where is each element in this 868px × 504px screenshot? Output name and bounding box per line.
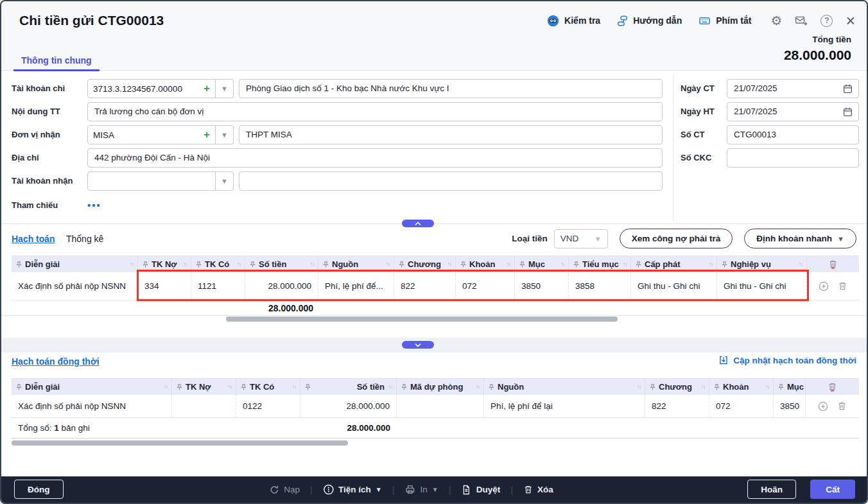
col-dien-giai[interactable]: Diễn giải↑↓ xyxy=(12,256,138,272)
collapse-up-button[interactable] xyxy=(402,220,434,227)
sort-icon[interactable]: ↑↓ xyxy=(447,261,451,267)
close-button[interactable]: Đóng xyxy=(14,480,64,499)
cell-cap-phat[interactable]: Ghi thu - Ghi chi xyxy=(631,272,717,300)
approve-button[interactable]: Duyệt xyxy=(462,485,501,495)
delete-all-icon[interactable]: ✕ xyxy=(828,259,838,269)
help-icon[interactable]: ? xyxy=(820,15,833,27)
col-dien-giai[interactable]: Diễn giải↑↓ xyxy=(12,379,172,395)
update-simultaneous-link[interactable]: Cập nhật hạch toán đồng thời xyxy=(718,355,856,365)
utilities-button[interactable]: Tiện ích ▼ xyxy=(323,484,382,495)
tai-khoan-chi-input[interactable]: 3713.3.1234567.00000 + xyxy=(87,79,216,98)
sort-icon[interactable]: ↑↓ xyxy=(310,261,314,267)
col-nguon[interactable]: Nguồn↑↓ xyxy=(318,256,394,272)
add-icon[interactable]: + xyxy=(204,128,210,141)
currency-select[interactable]: VND ▼ xyxy=(554,229,608,248)
postpone-button[interactable]: Hoãn xyxy=(747,480,796,499)
cell-dien-giai[interactable]: Xác định số phải nộp NSNN xyxy=(12,395,172,417)
save-button[interactable]: Cất xyxy=(810,480,855,499)
tai-khoan-chi-dropdown[interactable]: ▼ xyxy=(216,79,234,98)
tab-thong-tin-chung[interactable]: Thông tin chung xyxy=(13,55,100,71)
delete-row-icon[interactable] xyxy=(838,281,847,291)
quick-entry-button[interactable]: Định khoản nhanh ▼ xyxy=(744,229,856,248)
tab-hach-toan[interactable]: Hạch toán xyxy=(12,234,55,244)
sort-icon[interactable]: ↑↓ xyxy=(701,384,705,390)
cell-chuong[interactable]: 822 xyxy=(645,395,709,417)
noi-dung-tt-input[interactable]: Trả lương cho cán bộ đơn vị xyxy=(87,102,663,121)
add-row-icon[interactable] xyxy=(819,281,829,291)
tai-khoan-nhan-input[interactable] xyxy=(87,171,216,191)
sort-icon[interactable]: ↑↓ xyxy=(765,384,769,390)
col-tk-no[interactable]: TK Nợ↑↓ xyxy=(172,379,236,395)
sort-icon[interactable]: ↑↓ xyxy=(164,384,168,390)
cell-khoan[interactable]: 072 xyxy=(709,395,774,417)
ngay-ht-input[interactable]: 21/07/2025 xyxy=(727,102,859,121)
col-so-tien[interactable]: Số tiền↑↓ xyxy=(245,256,318,272)
col-nguon[interactable]: Nguồn↑↓ xyxy=(484,379,645,395)
cell-tk-no[interactable] xyxy=(172,395,236,417)
horizontal-scrollbar[interactable] xyxy=(12,440,348,446)
cell-tk-no[interactable]: 334 xyxy=(138,272,191,300)
sort-icon[interactable]: ↑↓ xyxy=(637,384,641,390)
cell-muc[interactable]: 3850 xyxy=(774,395,806,417)
cell-tieu-muc[interactable]: 3858 xyxy=(569,272,631,300)
col-muc[interactable]: Mục↑↓ xyxy=(515,256,569,272)
sort-icon[interactable]: ↑↓ xyxy=(292,384,296,390)
sort-icon[interactable]: ↑↓ xyxy=(386,261,390,267)
col-cap-phat[interactable]: Cấp phát↑↓ xyxy=(631,256,717,272)
calendar-icon[interactable] xyxy=(842,107,853,117)
col-khoan[interactable]: Khoản↑↓ xyxy=(709,379,774,395)
horizontal-scrollbar[interactable] xyxy=(226,317,618,322)
tab-thong-ke[interactable]: Thống kê xyxy=(66,234,103,244)
add-row-icon[interactable] xyxy=(818,401,828,412)
simultaneous-title-link[interactable]: Hạch toán đồng thời xyxy=(12,356,100,367)
close-icon[interactable]: × xyxy=(846,15,855,27)
sort-icon[interactable]: ↑↓ xyxy=(183,261,187,267)
guide-button[interactable]: Hướng dẫn xyxy=(617,15,682,26)
print-button[interactable]: In ▼ xyxy=(405,484,438,495)
col-muc[interactable]: Mục xyxy=(774,379,806,395)
col-so-tien[interactable]: Số tiền↑↓ xyxy=(300,379,397,395)
so-ckc-input[interactable] xyxy=(727,148,859,168)
don-vi-nhan-name-input[interactable]: THPT MISA xyxy=(239,125,663,144)
cell-so-tien[interactable]: 28.000.000 xyxy=(245,272,318,300)
collapse-down-button[interactable] xyxy=(402,341,434,349)
gear-icon[interactable]: ⚙ xyxy=(770,14,782,27)
cell-nguon[interactable]: Phí, lệ phí để... xyxy=(318,272,394,300)
cell-chuong[interactable]: 822 xyxy=(394,272,456,300)
col-tk-co[interactable]: TK Có↑↓ xyxy=(191,256,245,272)
cell-khoan[interactable]: 072 xyxy=(456,272,515,300)
col-chuong[interactable]: Chương↑↓ xyxy=(645,379,709,395)
delete-all-icon[interactable]: ✕ xyxy=(828,382,837,392)
reload-button[interactable]: Nạp xyxy=(269,485,300,495)
col-nghiep-vu[interactable]: Nghiệp vụ↑↓ xyxy=(717,256,807,272)
calendar-icon[interactable] xyxy=(842,83,853,94)
cell-so-tien[interactable]: 28.000.000 xyxy=(300,395,397,417)
col-tieu-muc[interactable]: Tiểu mục↑↓ xyxy=(569,256,631,272)
sort-icon[interactable]: ↑↓ xyxy=(799,261,803,267)
cell-tk-co[interactable]: 0122 xyxy=(236,395,300,417)
sort-icon[interactable]: ↑↓ xyxy=(237,261,241,267)
don-vi-nhan-input[interactable]: MISA + xyxy=(87,125,216,144)
col-chuong[interactable]: Chương↑↓ xyxy=(394,256,456,272)
dia-chi-input[interactable]: 442 phường Đội Cấn - Hà Nội xyxy=(87,148,663,168)
delete-row-icon[interactable] xyxy=(837,401,847,411)
sort-icon[interactable]: ↑↓ xyxy=(228,384,232,390)
don-vi-nhan-dropdown[interactable]: ▼ xyxy=(216,125,234,144)
sort-icon[interactable]: ↑↓ xyxy=(130,261,134,267)
col-khoan[interactable]: Khoản↑↓ xyxy=(456,256,515,272)
tham-chieu-more-button[interactable]: ••• xyxy=(87,196,101,215)
sort-icon[interactable]: ↑↓ xyxy=(388,384,392,390)
delete-button[interactable]: Xóa xyxy=(523,485,553,494)
ngay-ct-input[interactable]: 21/07/2025 xyxy=(727,79,859,98)
col-ma-du-phong[interactable]: Mã dự phòng↑↓ xyxy=(397,379,484,395)
add-icon[interactable]: + xyxy=(204,82,210,95)
tai-khoan-nhan-name-input[interactable] xyxy=(239,171,663,191)
cell-nguon[interactable]: Phí, lệ phí để lại xyxy=(484,395,645,417)
cell-nghiep-vu[interactable]: Ghi thu - Ghi chi xyxy=(717,272,807,300)
cell-ma-du-phong[interactable] xyxy=(397,395,484,417)
view-payables-button[interactable]: Xem công nợ phải trả xyxy=(620,229,733,248)
col-tk-co[interactable]: TK Có↑↓ xyxy=(236,379,300,395)
check-button[interactable]: Kiểm tra xyxy=(547,15,600,27)
sort-icon[interactable]: ↑↓ xyxy=(623,261,627,267)
tai-khoan-chi-name-input[interactable]: Phòng Giao dịch số 1 - Kho bạc Nhà nước … xyxy=(239,79,663,98)
